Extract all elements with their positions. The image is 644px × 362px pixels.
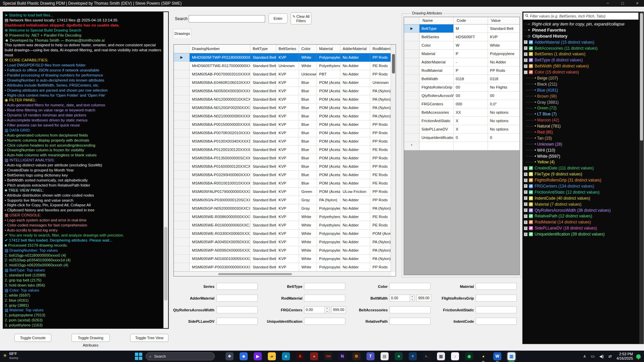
- terminal-icon[interactable]: >_: [423, 352, 431, 360]
- grid-cell[interactable]: Standard Belt: [250, 53, 276, 62]
- grid-row[interactable]: MSM605BA-N00500X00030XXXX4eStandard Belt…: [174, 87, 391, 95]
- grid-cell[interactable]: Standard Belt: [250, 154, 276, 162]
- row-selector-cell[interactable]: [174, 171, 190, 179]
- spin-down-icon[interactable]: ▼: [410, 298, 414, 302]
- grid-cell[interactable]: KVP: [276, 246, 299, 255]
- grid-cell[interactable]: KVP: [276, 263, 299, 271]
- tree-note[interactable]: ▱Right-click any item for copy, pin, exp…: [524, 21, 638, 27]
- grid-cell[interactable]: Standard Belt: [250, 95, 276, 104]
- expand-icon[interactable]: +: [524, 52, 528, 56]
- attr-cell[interactable]: 00: [454, 83, 488, 92]
- grid-cell[interactable]: Blue: [299, 87, 317, 95]
- tree-node[interactable]: +CreatedDate (111 distinct values): [524, 165, 638, 171]
- grid-cell[interactable]: Polypropylene: [317, 229, 340, 238]
- grid-cell[interactable]: KVP: [276, 179, 299, 188]
- attr-cell[interactable]: X: [454, 125, 488, 134]
- attr-cell[interactable]: KVP: [488, 33, 520, 41]
- grid-cell[interactable]: Standard Belt: [250, 204, 276, 213]
- collapse-icon[interactable]: -: [524, 70, 528, 74]
- grid-cell[interactable]: White: [299, 238, 317, 246]
- tree-child-node[interactable]: • Blue (4161): [524, 87, 638, 93]
- grid-row[interactable]: MSM605BA-R00100100010XXXX0Standard BeltK…: [174, 179, 391, 188]
- attr-cell[interactable]: W: [454, 41, 488, 50]
- grid-cell[interactable]: MSM605AB-P00700002010XXXX1: [190, 70, 250, 79]
- grid-cell[interactable]: No Adder: [340, 255, 370, 263]
- tree-child-node[interactable]: • LT Blue (7): [524, 111, 638, 117]
- attr-new-row[interactable]: *: [404, 142, 519, 150]
- grid-cell[interactable]: POM (Acetal): [317, 188, 340, 196]
- attr-row[interactable]: ▶BeltTypeMStandard Belt: [404, 24, 519, 33]
- android-app-icon[interactable]: ◉: [465, 352, 473, 360]
- grid-cell[interactable]: Standard Belt: [250, 79, 276, 87]
- grid-cell[interactable]: KVP: [276, 221, 299, 229]
- grid-cell[interactable]: Blue: [299, 120, 317, 129]
- expand-icon[interactable]: +: [524, 58, 528, 62]
- grid-row[interactable]: MSM605FAUP01790000000XXXX0Standard BeltK…: [174, 188, 391, 196]
- tree-node[interactable]: +BeltAccessories (11 distinct values): [524, 45, 638, 51]
- edge-browser-icon[interactable]: e: [282, 352, 290, 360]
- grid-cell[interactable]: Blue: [299, 146, 317, 154]
- grid-cell[interactable]: PA (Nylon) Rods: [370, 246, 391, 255]
- attr-cell[interactable]: FrictionAntiStatic: [419, 117, 454, 125]
- row-selector-cell[interactable]: [174, 238, 190, 246]
- attr-cell[interactable]: X: [454, 117, 488, 125]
- grid-cell[interactable]: MSM605BA-P01200100120XXXX5c: [190, 146, 250, 154]
- grid-cell[interactable]: MSM605WP-N01600100055XXXX0g: [190, 255, 250, 263]
- spin-up-icon[interactable]: ▲: [410, 295, 414, 298]
- grid-cell[interactable]: KVP: [276, 162, 299, 171]
- grid-cell[interactable]: MSM605BA-N01200000010XXCX1g: [190, 95, 250, 104]
- grid-cell[interactable]: Standard Belt: [250, 221, 276, 229]
- attr-row-selector[interactable]: [404, 75, 419, 83]
- row-selector-cell[interactable]: [174, 154, 190, 162]
- grid-vscroll-thumb[interactable]: [392, 54, 395, 73]
- attr-cell[interactable]: 0: [488, 134, 520, 142]
- grid-cell[interactable]: No Adder: [340, 112, 370, 120]
- grid-column-header[interactable]: DrawingNumber: [190, 45, 250, 53]
- attr-cell[interactable]: HDS605FT: [454, 33, 488, 41]
- grid-row[interactable]: MSM605BA-P01200100120XXXX5cStandard Belt…: [174, 146, 391, 154]
- grid-cell[interactable]: POM (Acetal): [317, 112, 340, 120]
- grid-cell[interactable]: No Adder: [340, 79, 370, 87]
- expand-icon[interactable]: +: [524, 208, 528, 212]
- expand-icon[interactable]: +: [524, 190, 528, 194]
- grid-cell[interactable]: White: [299, 229, 317, 238]
- grid-cell[interactable]: Standard Belt: [250, 238, 276, 246]
- attr-row-selector[interactable]: [404, 83, 419, 92]
- grid-cell[interactable]: No Adder: [340, 137, 370, 146]
- grid-cell[interactable]: MSM605WE-R03300X00060XXXX0f: [190, 229, 250, 238]
- solidworks-icon[interactable]: SW: [324, 352, 332, 360]
- tray-monitor-icon[interactable]: ▭: [591, 354, 594, 359]
- maximize-button[interactable]: ▢: [615, 0, 630, 7]
- grid-cell[interactable]: Gray: [299, 204, 317, 213]
- media-app-icon[interactable]: ▶: [254, 352, 262, 360]
- grid-cell[interactable]: PA (Nylon) Rods: [370, 104, 391, 112]
- grid-cell[interactable]: ULow Friction: [340, 188, 370, 196]
- tree-node[interactable]: +BeltWidth (560 distinct values): [524, 63, 638, 69]
- grid-horizontal-scrollbar[interactable]: [174, 271, 391, 276]
- grid-cell[interactable]: Polyethylene: [317, 213, 340, 221]
- grid-column-header[interactable]: BeltSeries: [276, 45, 299, 53]
- grid-cell[interactable]: MSM605WE-R00860000000XXXX4: [190, 213, 250, 221]
- grid-cell[interactable]: KVP: [276, 255, 299, 263]
- grid-cell[interactable]: POM (Acetal): [317, 87, 340, 95]
- attr-cell[interactable]: 00: [454, 92, 488, 100]
- grid-cell[interactable]: KVP: [276, 112, 299, 120]
- start-button[interactable]: [135, 353, 142, 360]
- attr-cell[interactable]: 0: [454, 134, 488, 142]
- attr-cell[interactable]: 0118: [454, 75, 488, 83]
- grid-cell[interactable]: No Adder: [340, 120, 370, 129]
- grid-cell[interactable]: Blue: [299, 154, 317, 162]
- tray-clock[interactable]: 2:53 PM 4/16/2025: [616, 352, 633, 361]
- attr-cell[interactable]: RodMaterial: [419, 66, 454, 75]
- console-scrollbar[interactable]: [163, 12, 168, 328]
- attr-row[interactable]: UniqueIdentification00: [404, 134, 519, 142]
- grid-cell[interactable]: Polypropylene: [317, 238, 340, 246]
- grid-cell[interactable]: KVP: [276, 188, 299, 196]
- attr-column-header[interactable]: Name: [419, 17, 454, 24]
- attr-cell[interactable]: SidePLLaneDV: [419, 125, 454, 134]
- spin-up-icon[interactable]: ▲: [325, 307, 329, 310]
- console-scrollbar-thumb[interactable]: [164, 227, 167, 301]
- grid-cell[interactable]: Blue: [299, 79, 317, 87]
- calculator-icon[interactable]: ▦: [437, 352, 445, 360]
- toggle-button-toggle-drawing-attributes[interactable]: Toggle Drawing Attributes: [71, 334, 110, 342]
